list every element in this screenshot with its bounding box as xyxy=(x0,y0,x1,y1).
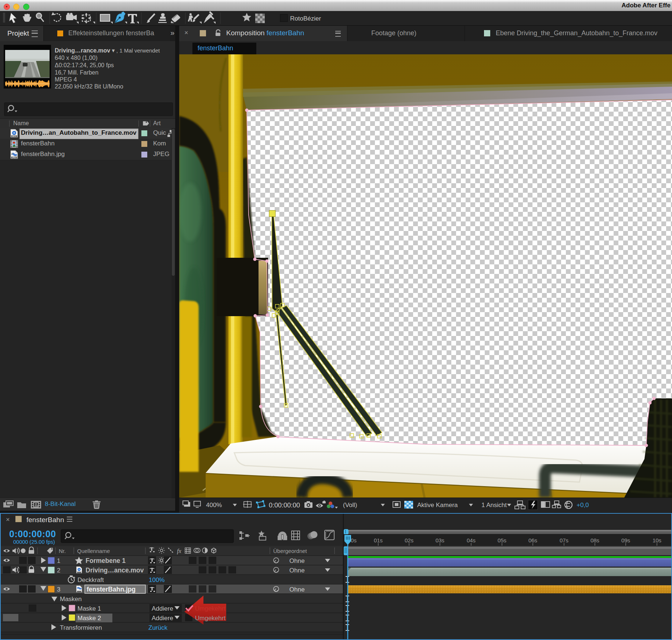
svg-text:fensterBahn: fensterBahn xyxy=(26,516,64,524)
svg-text:Addiere: Addiere xyxy=(152,615,173,622)
svg-text:01s: 01s xyxy=(374,537,383,543)
svg-text:400%: 400% xyxy=(206,502,222,509)
svg-text:1: 1 xyxy=(57,557,60,564)
svg-text:03s: 03s xyxy=(436,537,444,543)
svg-text:Transformieren: Transformieren xyxy=(60,624,102,631)
svg-text:Driving…ance.mov: Driving…ance.mov xyxy=(86,567,144,574)
svg-text:(Voll): (Voll) xyxy=(343,502,357,509)
svg-text:05s: 05s xyxy=(498,537,506,543)
svg-text:MOV: MOV xyxy=(12,135,16,137)
svg-text:0s: 0s xyxy=(351,537,357,543)
svg-text:Deckkraft: Deckkraft xyxy=(77,576,104,583)
svg-text:100%: 100% xyxy=(149,576,165,583)
svg-text:×: × xyxy=(6,516,10,523)
svg-text:06s: 06s xyxy=(528,537,537,543)
svg-text:JPEG: JPEG xyxy=(12,157,17,159)
svg-text:0:00:00:00: 0:00:00:00 xyxy=(269,502,300,509)
svg-text:1 Ansicht: 1 Ansicht xyxy=(481,502,507,509)
svg-text:Aktive Kamera: Aktive Kamera xyxy=(417,502,458,509)
svg-text:Quellenname: Quellenname xyxy=(77,548,110,554)
svg-text:Zurück: Zurück xyxy=(148,624,167,631)
svg-text:fensterBahn.jpg: fensterBahn.jpg xyxy=(87,586,136,593)
svg-text:10s: 10s xyxy=(653,537,661,543)
svg-text:02s: 02s xyxy=(405,537,413,543)
svg-text:09s: 09s xyxy=(621,537,630,543)
svg-text:Addiere: Addiere xyxy=(152,605,173,612)
svg-text:Maske 1: Maske 1 xyxy=(77,605,101,612)
svg-text:+0,0: +0,0 xyxy=(577,502,589,509)
svg-text:2: 2 xyxy=(57,567,60,574)
svg-text:0:00:00:00: 0:00:00:00 xyxy=(9,529,56,539)
svg-text:00000 (25.00 fps): 00000 (25.00 fps) xyxy=(13,539,55,545)
svg-text:Maske 2: Maske 2 xyxy=(77,615,101,622)
svg-text:Übergeordnet: Übergeordnet xyxy=(273,548,307,554)
svg-text:RotoBézier: RotoBézier xyxy=(290,15,321,22)
svg-text:Masken: Masken xyxy=(60,596,82,603)
svg-text:Ohne: Ohne xyxy=(289,557,305,564)
svg-text:04s: 04s xyxy=(467,537,476,543)
svg-text:08s: 08s xyxy=(590,537,599,543)
svg-text:Ohne: Ohne xyxy=(289,586,305,593)
svg-text:Nr.: Nr. xyxy=(59,548,66,554)
svg-text:07s: 07s xyxy=(560,537,568,543)
svg-text:3: 3 xyxy=(57,586,60,593)
svg-text:Formebene 1: Formebene 1 xyxy=(86,557,126,564)
svg-text:Ohne: Ohne xyxy=(289,567,305,574)
svg-text:fx: fx xyxy=(177,548,181,554)
svg-text:Umgekehrt: Umgekehrt xyxy=(195,615,225,622)
